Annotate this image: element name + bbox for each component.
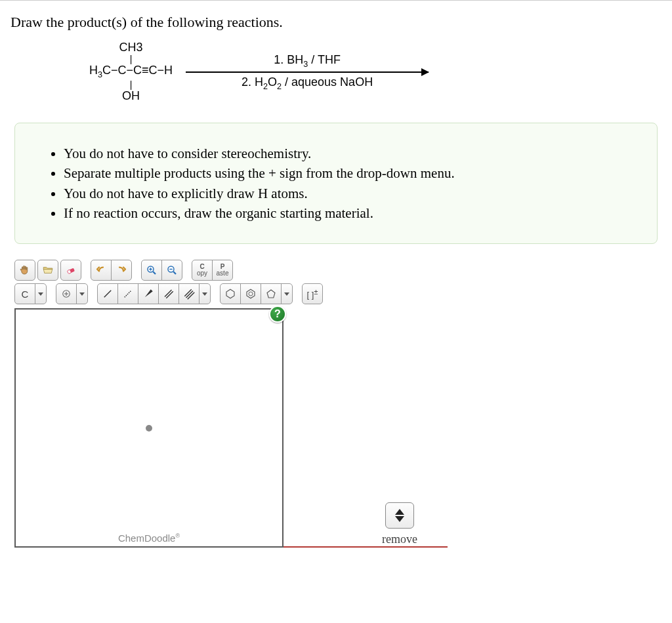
instruction-item: Separate multiple products using the + s… (64, 164, 637, 182)
svg-marker-20 (226, 289, 234, 298)
add-atom-button[interactable] (56, 283, 77, 304)
svg-marker-21 (247, 289, 255, 298)
dotted-bond-button[interactable] (117, 283, 138, 304)
chevron-down-icon (202, 292, 207, 296)
structure-ch3: CH3 (89, 41, 173, 54)
benzene-button[interactable] (240, 283, 261, 304)
zoom-out-button[interactable] (161, 260, 182, 281)
svg-line-13 (125, 291, 132, 298)
ring-dropdown[interactable] (281, 283, 293, 304)
instructions-panel: You do not have to consider stereochemis… (14, 123, 658, 244)
benzene-icon (245, 288, 257, 300)
single-bond-icon (102, 288, 114, 300)
reagent-step-1: 1. BH3 / THF (186, 53, 429, 69)
structure-main-chain: H3C−C−C≡C−H (89, 64, 173, 79)
pentagon-icon (265, 288, 277, 300)
svg-marker-23 (267, 290, 275, 298)
reactant-structure: CH3 | H3C−C−C≡C−H | OH (89, 41, 173, 103)
instruction-item: You do not have to consider stereochemis… (64, 144, 637, 163)
undo-button[interactable] (91, 260, 112, 281)
svg-point-22 (249, 292, 253, 296)
hand-icon (19, 264, 31, 276)
erase-button[interactable] (60, 260, 81, 281)
structure-count-stepper[interactable] (385, 502, 414, 529)
wedge-solid-icon (142, 288, 154, 300)
paste-button[interactable]: Paste (212, 260, 233, 281)
chevron-down-icon (395, 516, 404, 522)
question-prompt: Draw the product(s) of the following rea… (10, 14, 662, 31)
double-bond-button[interactable] (158, 283, 179, 304)
instruction-item: If no reaction occurs, draw the organic … (64, 204, 637, 222)
charge-tool-button[interactable]: [ ]± (302, 283, 323, 304)
svg-line-12 (104, 291, 112, 298)
svg-line-3 (153, 271, 156, 274)
reaction-scheme: CH3 | H3C−C−C≡C−H | OH 1. BH3 / THF 2. H… (89, 41, 662, 103)
remove-label[interactable]: remove (382, 533, 417, 546)
chemdoodle-brand: ChemDoodle® (118, 533, 180, 544)
redo-button[interactable] (111, 260, 132, 281)
svg-marker-14 (145, 289, 153, 297)
reagent-step-2: 2. H2O2 / aqueous NaOH (186, 75, 429, 91)
zoom-in-icon (146, 264, 158, 276)
cyclohexane-button[interactable] (220, 283, 241, 304)
toolbar-row-2: C (14, 283, 448, 304)
hexagon-icon (224, 288, 236, 300)
bond-dropdown[interactable] (199, 283, 211, 304)
folder-open-icon (42, 264, 54, 276)
eraser-icon (65, 264, 77, 276)
help-button[interactable]: ? (269, 306, 286, 323)
element-picker-dropdown[interactable] (35, 283, 47, 304)
structure-oh: OH (89, 90, 173, 103)
double-bond-icon (163, 288, 175, 300)
single-bond-button[interactable] (97, 283, 118, 304)
redo-icon (116, 264, 127, 276)
triple-bond-icon (183, 288, 195, 300)
canvas-seed-atom[interactable] (146, 425, 152, 432)
add-atom-dropdown[interactable] (76, 283, 88, 304)
wedge-bond-button[interactable] (138, 283, 159, 304)
dotted-bond-icon (122, 288, 134, 300)
svg-line-7 (173, 271, 176, 274)
drawing-canvas[interactable]: ? ChemDoodle® (14, 308, 284, 548)
open-file-button[interactable] (37, 260, 58, 281)
copy-button[interactable]: Copy (192, 260, 213, 281)
element-picker-button[interactable]: C (14, 283, 35, 304)
plus-circle-icon (60, 288, 72, 300)
reaction-arrow: 1. BH3 / THF 2. H2O2 / aqueous NaOH (186, 53, 429, 90)
chevron-down-icon (79, 292, 85, 296)
zoom-out-icon (166, 264, 178, 276)
pan-tool-button[interactable] (14, 260, 35, 281)
chevron-up-icon (395, 509, 404, 515)
toolbar-row-1: Copy Paste (14, 260, 448, 281)
chevron-down-icon (38, 292, 43, 296)
undo-icon (95, 264, 107, 276)
zoom-in-button[interactable] (141, 260, 162, 281)
cyclopentane-button[interactable] (261, 283, 282, 304)
arrow-line (186, 71, 429, 73)
chemdoodle-editor: Copy Paste C (14, 260, 448, 548)
triple-bond-button[interactable] (178, 283, 200, 304)
chevron-down-icon (284, 292, 289, 296)
instruction-item: You do not have to explicitly draw H ato… (64, 184, 637, 203)
